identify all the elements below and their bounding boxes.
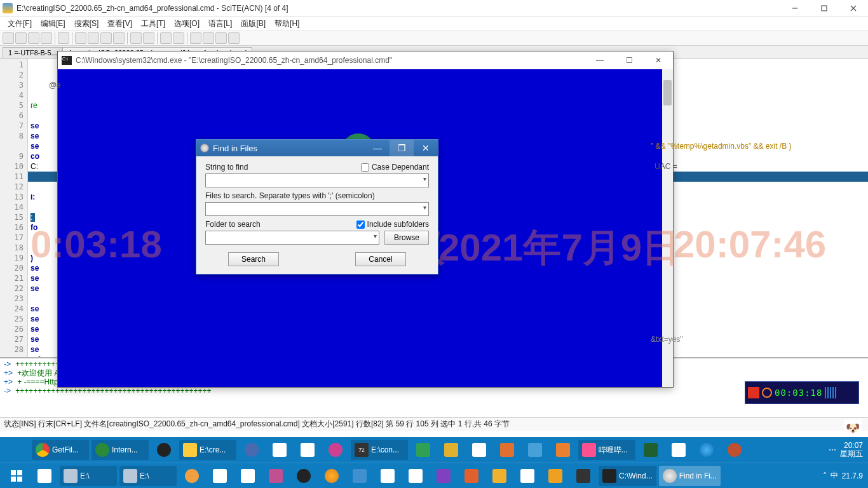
tb-build[interactable]: [215, 32, 227, 44]
taskbar-r2-9[interactable]: [459, 466, 484, 486]
cancel-button[interactable]: Cancel: [355, 252, 406, 266]
tb-stop[interactable]: [228, 32, 240, 44]
menu-options[interactable]: 选项[O]: [170, 17, 203, 30]
taskbar-app-3[interactable]: [295, 440, 320, 460]
taskbar-r2-8[interactable]: [431, 466, 456, 486]
cmd-minimize[interactable]: —: [585, 51, 614, 69]
taskbar-r2-6[interactable]: [375, 466, 400, 486]
tb-clear[interactable]: [113, 32, 125, 44]
menu-edit[interactable]: 编辑[E]: [37, 17, 69, 30]
cmd-maximize[interactable]: ☐: [614, 51, 644, 69]
tb-save[interactable]: [28, 32, 39, 44]
taskbar-mpc[interactable]: [550, 440, 576, 460]
taskbar-search[interactable]: [319, 466, 344, 486]
tb-close[interactable]: [41, 32, 52, 44]
menu-file[interactable]: 文件[F]: [4, 17, 36, 30]
menu-search[interactable]: 搜索[S]: [71, 17, 103, 30]
taskbar-findinfiles[interactable]: Find in Fi...: [659, 466, 721, 486]
cmd-close[interactable]: ✕: [644, 51, 673, 69]
taskbar-app-4[interactable]: [323, 440, 348, 460]
tb-replace[interactable]: [173, 32, 184, 44]
find-minimize[interactable]: —: [365, 140, 390, 156]
taskbar-r2-2[interactable]: [207, 466, 233, 486]
taskbar-r2-3[interactable]: [235, 466, 261, 486]
notification-icon[interactable]: [4, 437, 29, 463]
taskbar-cmd[interactable]: C:\Wind...: [599, 466, 656, 486]
system-tray[interactable]: ⋯ 20:07 星期五: [829, 442, 868, 458]
browse-button[interactable]: Browse: [384, 231, 429, 245]
record-icon[interactable]: [748, 387, 759, 398]
taskbar-r2-12[interactable]: [571, 466, 596, 486]
tray-ime[interactable]: 中: [831, 470, 838, 481]
tb-compile[interactable]: [203, 32, 214, 44]
tab-1[interactable]: 1 =-UTF8-B-5...: [3, 47, 63, 58]
tb-find[interactable]: [160, 32, 172, 44]
menu-buffers[interactable]: 面版[B]: [237, 17, 269, 30]
taskbar-obs[interactable]: [151, 440, 177, 460]
maximize-button[interactable]: [810, 0, 839, 17]
close-button[interactable]: [839, 0, 868, 17]
tb-print[interactable]: [58, 32, 69, 44]
taskbar-app-7[interactable]: [466, 440, 492, 460]
taskbar-r2-10[interactable]: [487, 466, 512, 486]
include-checkbox-input[interactable]: [356, 220, 365, 229]
system-tray-2[interactable]: ˄ 中 21.7.9: [823, 470, 868, 481]
taskbar-r2-7[interactable]: [403, 466, 428, 486]
taskbar-r2-11[interactable]: [515, 466, 540, 486]
taskbar-idm[interactable]: Intern...: [92, 440, 149, 460]
tb-undo[interactable]: [130, 32, 142, 44]
tb-redo[interactable]: [143, 32, 154, 44]
taskbar-app-9[interactable]: [522, 440, 548, 460]
taskbar-r2-5[interactable]: [347, 466, 372, 486]
taskbar-app-10[interactable]: [638, 440, 663, 460]
taskbar-r2-4[interactable]: [263, 466, 288, 486]
taskbar-7z[interactable]: 7zE:\con...: [351, 440, 408, 460]
clock-icon: [762, 388, 772, 398]
taskbar-app-1[interactable]: [239, 440, 264, 460]
menu-help[interactable]: 帮助[H]: [271, 17, 303, 30]
folder-to-search-input[interactable]: [205, 231, 379, 245]
taskbar-drive-2[interactable]: E:\: [119, 466, 177, 486]
taskbar-r2-1[interactable]: [179, 466, 205, 486]
string-to-find-input[interactable]: [205, 173, 429, 187]
files-to-search-label: Files to search. Separate types with ';'…: [205, 191, 375, 200]
assistant-icon[interactable]: 🐶: [844, 419, 862, 437]
tb-sep: [187, 32, 187, 44]
tb-new[interactable]: [3, 32, 14, 44]
tb-open[interactable]: [15, 32, 27, 44]
taskbar-drive-1[interactable]: E:\: [60, 466, 117, 486]
taskbar-app-11[interactable]: [666, 440, 691, 460]
tb-copy[interactable]: [88, 32, 99, 44]
case-dependant-checkbox[interactable]: Case Dependant: [361, 163, 429, 172]
files-to-search-input[interactable]: [205, 202, 429, 216]
taskbar-explorer-1[interactable]: E:\cre...: [179, 440, 236, 460]
taskbar-vm[interactable]: [543, 466, 568, 486]
start-button[interactable]: [4, 463, 29, 489]
search-button[interactable]: Search: [228, 252, 279, 266]
cmd-titlebar[interactable]: C:\Windows\system32\cmd.exe - "E:\creati…: [58, 51, 673, 69]
include-subfolders-checkbox[interactable]: Include subfolders: [356, 220, 429, 229]
menu-view[interactable]: 查看[V]: [104, 17, 136, 30]
recorder-widget[interactable]: 00:03:18: [745, 381, 859, 404]
tb-cut[interactable]: [75, 32, 86, 44]
taskbar-chrome[interactable]: GetFil...: [32, 440, 89, 460]
case-checkbox-input[interactable]: [361, 163, 369, 172]
taskbar-file-1[interactable]: [32, 466, 57, 486]
find-close[interactable]: ✕: [414, 140, 438, 156]
menu-tools[interactable]: 工具[T]: [137, 17, 169, 30]
taskbar-app-12[interactable]: [722, 440, 747, 460]
find-titlebar[interactable]: Find in Files — ❐ ✕: [196, 140, 438, 156]
taskbar-ie[interactable]: [694, 440, 719, 460]
audio-bars-icon: [825, 387, 837, 398]
taskbar-app-5[interactable]: [410, 440, 436, 460]
taskbar-app-6[interactable]: [438, 440, 464, 460]
tb-paste[interactable]: [100, 32, 112, 44]
tb-run[interactable]: [190, 32, 201, 44]
taskbar-bilibili[interactable]: 哔哩哔...: [578, 440, 635, 460]
menu-lang[interactable]: 语言[L]: [205, 17, 236, 30]
taskbar-app-2[interactable]: [267, 440, 292, 460]
minimize-button[interactable]: [780, 0, 810, 17]
find-restore[interactable]: ❐: [390, 140, 414, 156]
taskbar-obs-2[interactable]: [291, 466, 316, 486]
taskbar-app-8[interactable]: [494, 440, 520, 460]
